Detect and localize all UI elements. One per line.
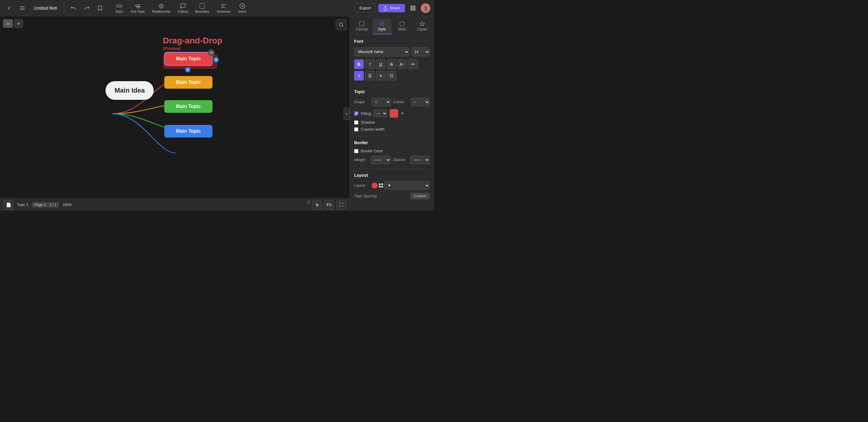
- topic-node-0[interactable]: Main Topic: [164, 52, 213, 66]
- dashes-select[interactable]: ——: [410, 156, 430, 164]
- layout-section-title: Layout: [354, 173, 430, 178]
- fill-color-dot[interactable]: [390, 109, 398, 118]
- topic-action-icon[interactable]: ⟳: [208, 50, 215, 56]
- page-info: Page-1 1 / 1: [32, 202, 59, 207]
- undo-button[interactable]: [68, 4, 79, 12]
- svg-rect-20: [414, 7, 415, 8]
- divider-topic-border: [354, 136, 430, 136]
- shadow-checkbox[interactable]: [354, 120, 358, 124]
- text-color-button[interactable]: A▼: [398, 59, 407, 69]
- font-family-select[interactable]: Microsoft YaHei: [354, 47, 409, 56]
- shadow-row: Shadow: [354, 120, 430, 124]
- corner-select[interactable]: ⌐: [411, 98, 430, 106]
- tab-canvas[interactable]: Canvas: [352, 19, 371, 34]
- left-controls: ▭ ≡: [3, 19, 23, 28]
- add-topic-button-0[interactable]: +: [213, 57, 219, 62]
- svg-rect-15: [411, 6, 412, 7]
- highlight-button[interactable]: ✏: [408, 59, 418, 69]
- canvas-area[interactable]: ▭ ≡ › Drag-and-Drop (Preview) Main Topic: [0, 16, 350, 211]
- format-row-2: ≡ ☰ ≡ ☷: [354, 71, 430, 81]
- expand-panel-button[interactable]: ›: [344, 108, 350, 120]
- share-button[interactable]: Share: [378, 4, 405, 12]
- border-color-label: Border Color: [361, 149, 383, 153]
- layout-prop-label: Layout: [354, 184, 369, 188]
- custom-spacing-button[interactable]: Custom: [410, 193, 430, 199]
- svg-rect-18: [411, 7, 412, 8]
- redo-button[interactable]: [82, 4, 92, 12]
- fill-type-select[interactable]: —: [373, 110, 387, 117]
- underline-button[interactable]: U: [376, 59, 385, 69]
- svg-rect-7: [200, 3, 205, 8]
- thumbnail-view-button[interactable]: ▭: [3, 19, 13, 28]
- mouse-mode-button[interactable]: 🖱: [312, 200, 322, 209]
- font-section-title: Font: [354, 39, 430, 44]
- svg-rect-23: [414, 9, 415, 10]
- topic-node-3[interactable]: Main Topic: [164, 125, 213, 138]
- shape-select[interactable]: □: [372, 98, 391, 106]
- list-view-button[interactable]: ≡: [14, 19, 23, 28]
- panel-content: Font Microsoft YaHei 14 B I U S A▼ ✏: [350, 35, 434, 211]
- svg-rect-22: [412, 9, 413, 10]
- boundary-button[interactable]: Boundary: [193, 2, 212, 15]
- svg-rect-3: [117, 5, 122, 7]
- weight-row: Weight —— Dashes ——: [354, 156, 430, 164]
- tab-mark[interactable]: Mark: [393, 19, 412, 34]
- filling-checkbox[interactable]: [354, 111, 358, 115]
- font-size-select[interactable]: 14: [412, 47, 430, 56]
- bookmark-button[interactable]: [95, 4, 105, 12]
- svg-point-6: [161, 5, 161, 6]
- toolbar-right: Export Share 👤: [354, 3, 430, 13]
- align-left-button[interactable]: ≡: [354, 71, 364, 81]
- align-center-button[interactable]: ☰: [365, 71, 375, 81]
- svg-rect-16: [412, 6, 413, 7]
- fill-color-chevron[interactable]: ▼: [401, 111, 404, 115]
- main-idea-node[interactable]: Main Idea: [105, 81, 154, 100]
- apps-button[interactable]: [407, 4, 418, 12]
- custom-width-checkbox[interactable]: [354, 127, 358, 132]
- canvas-search-button[interactable]: [336, 19, 347, 30]
- callout-button[interactable]: Callout: [175, 2, 190, 15]
- align-justify-button[interactable]: ☷: [387, 71, 396, 81]
- topic-button[interactable]: Topic: [113, 2, 126, 15]
- strikethrough-button[interactable]: S: [387, 59, 396, 69]
- layout-grid-icon[interactable]: [379, 184, 383, 188]
- shape-row: Shape □ Corner ⌐: [354, 98, 430, 106]
- svg-rect-5: [136, 6, 140, 7]
- layout-select[interactable]: ▼: [384, 181, 430, 190]
- font-row: Microsoft YaHei 14: [354, 47, 430, 56]
- divider-font-topic: [354, 85, 430, 85]
- menu-button[interactable]: [17, 4, 28, 12]
- add-subtopic-button-0[interactable]: +: [185, 67, 190, 73]
- weight-select[interactable]: ——: [371, 156, 391, 164]
- bold-button[interactable]: B: [354, 59, 364, 69]
- shape-label: Shape: [354, 100, 369, 104]
- back-button[interactable]: [4, 4, 14, 12]
- summary-button[interactable]: Summary: [214, 2, 233, 15]
- custom-width-label: Custom width: [361, 127, 384, 132]
- divider-2: [109, 4, 110, 13]
- dashes-label: Dashes: [393, 158, 408, 162]
- svg-rect-19: [412, 7, 413, 8]
- topic-node-2[interactable]: Main Topic: [164, 100, 213, 113]
- align-right-button[interactable]: ≡: [376, 71, 385, 81]
- toolbar: Untitled file8 Topic Sub Topic Relations…: [0, 0, 434, 16]
- format-row-1: B I U S A▼ ✏: [354, 59, 430, 69]
- layout-icon-orange: [372, 182, 378, 189]
- italic-button[interactable]: I: [365, 59, 375, 69]
- corner-label: Corner: [393, 100, 408, 104]
- avatar[interactable]: 👤: [421, 3, 430, 13]
- svg-rect-17: [414, 6, 415, 7]
- border-color-checkbox[interactable]: [354, 149, 358, 153]
- topic-node-1[interactable]: Main Topic: [164, 76, 213, 89]
- topic-count: Topic 5: [17, 203, 28, 207]
- fn-button[interactable]: Fn: [324, 200, 334, 209]
- fullscreen-button[interactable]: ⛶: [336, 200, 346, 209]
- insert-button[interactable]: Insert: [236, 2, 249, 15]
- export-button[interactable]: Export: [354, 4, 376, 12]
- svg-marker-28: [420, 22, 424, 26]
- tab-style[interactable]: Style: [373, 19, 392, 34]
- subtopic-button[interactable]: Sub Topic: [128, 2, 147, 15]
- tab-clipart[interactable]: Clipart: [412, 19, 432, 34]
- relationship-button[interactable]: Relationship: [150, 2, 173, 15]
- pages-button[interactable]: 📄: [4, 200, 13, 209]
